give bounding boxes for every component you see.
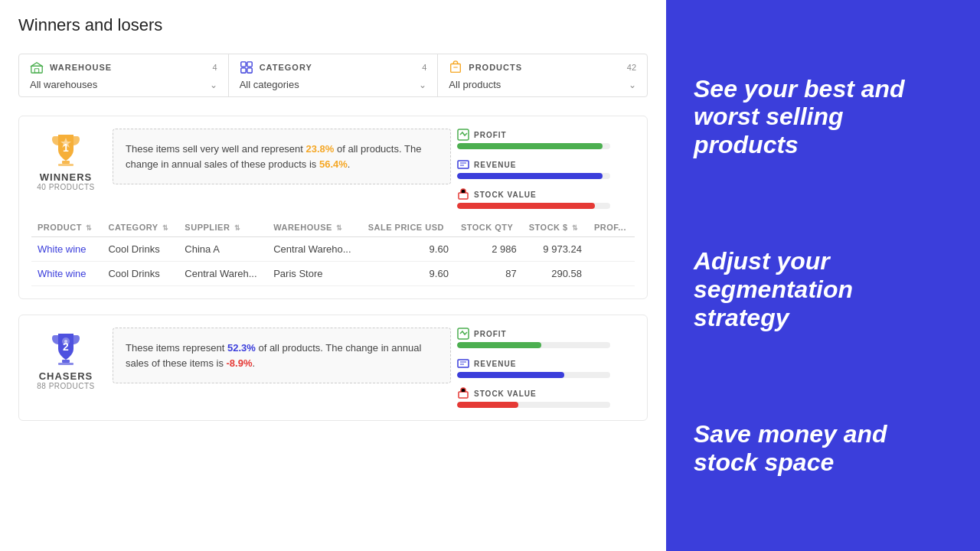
cell-supplier: China A <box>178 237 267 262</box>
winners-stockvalue-bar <box>457 203 595 209</box>
chasers-highlight1: 52.3% <box>227 342 256 354</box>
svg-text:1: 1 <box>63 142 69 154</box>
sort-category[interactable]: ⇅ <box>162 224 169 232</box>
cell-stockval: 290.58 <box>523 262 588 286</box>
chasers-profit-bar-track <box>457 342 610 348</box>
products-filter[interactable]: PRODUCTS 42 All products ⌄ <box>438 54 647 96</box>
col-profit: PROF... <box>588 218 635 237</box>
chasers-profit-label: PROFIT <box>474 330 507 338</box>
chasers-profit-icon <box>457 328 469 340</box>
warehouse-filter[interactable]: WAREHOUSE 4 All warehouses ⌄ <box>19 54 229 96</box>
svg-rect-6 <box>451 64 461 73</box>
svg-rect-4 <box>240 68 245 73</box>
right-panel: See your best and worst selling products… <box>666 0 980 551</box>
cell-product[interactable]: White wine <box>31 262 102 286</box>
chasers-stockvalue-metric: STOCK VALUE <box>457 387 635 408</box>
products-count: 42 <box>627 63 636 72</box>
winners-stockvalue-label: STOCK VALUE <box>474 191 537 199</box>
svg-text:2: 2 <box>63 341 69 353</box>
table-row: White wine Cool Drinks Central Wareh... … <box>31 262 635 286</box>
chasers-label: CHASERS <box>39 370 93 382</box>
revenue-icon <box>457 158 469 171</box>
winners-desc: These items sell very well and represent… <box>113 129 451 184</box>
svg-rect-2 <box>240 62 245 67</box>
category-chevron: ⌄ <box>419 80 426 90</box>
chasers-stockvalue-label: STOCK VALUE <box>474 390 537 398</box>
cell-warehouse: Central Wareho... <box>267 237 361 262</box>
chasers-sub: 88 PRODUCTS <box>37 382 95 390</box>
cell-category: Cool Drinks <box>102 237 178 262</box>
promo-text-3: Save money and stock space <box>694 420 952 477</box>
warehouse-chevron: ⌄ <box>210 80 217 90</box>
cell-saleprice: 9.60 <box>362 237 455 262</box>
svg-rect-0 <box>31 66 42 73</box>
page-title: Winners and losers <box>18 15 648 35</box>
cell-supplier: Central Wareh... <box>178 262 267 286</box>
chasers-revenue-metric: REVENUE <box>457 357 635 378</box>
svg-rect-12 <box>458 161 469 168</box>
cell-saleprice: 9.60 <box>362 262 455 286</box>
chasers-revenue-bar-track <box>457 372 610 378</box>
cell-stockqty: 87 <box>455 262 523 286</box>
sort-warehouse[interactable]: ⇅ <box>336 224 343 232</box>
col-supplier[interactable]: SUPPLIER ⇅ <box>178 218 267 237</box>
svg-rect-3 <box>247 62 252 67</box>
winners-profit-bar <box>457 143 603 149</box>
svg-rect-21 <box>458 328 469 339</box>
stockvalue-icon <box>457 188 469 201</box>
col-saleprice: SALE PRICE USD <box>362 218 455 237</box>
col-warehouse[interactable]: WAREHOUSE ⇅ <box>267 218 361 237</box>
svg-rect-9 <box>58 164 74 166</box>
chasers-desc-end: . <box>252 357 255 369</box>
chasers-profit-bar <box>457 342 541 348</box>
products-icon <box>449 60 462 74</box>
winners-profit-metric: PROFIT <box>457 129 635 149</box>
col-stockval[interactable]: STOCK $ ⇅ <box>523 218 588 237</box>
winners-metrics: PROFIT REVENUE <box>451 129 635 209</box>
svg-rect-5 <box>247 68 252 73</box>
trophy-icon-chasers: 2 <box>43 328 89 366</box>
svg-rect-17 <box>58 363 74 365</box>
winners-revenue-bar-track <box>457 173 610 179</box>
promo-text-2: Adjust your segmentation strategy <box>694 247 952 331</box>
trophy-icon-winners: 1 <box>43 129 89 167</box>
sort-product[interactable]: ⇅ <box>86 224 93 232</box>
warehouse-select[interactable]: All warehouses ⌄ <box>30 79 217 90</box>
chasers-revenue-label: REVENUE <box>474 360 516 368</box>
winners-sub: 40 PRODUCTS <box>37 183 95 191</box>
winners-desc-end: . <box>348 158 351 170</box>
cell-product[interactable]: White wine <box>31 237 102 262</box>
winners-revenue-label: REVENUE <box>474 161 516 169</box>
left-panel: Winners and losers WAREHOUSE 4 All wareh… <box>0 0 666 551</box>
sort-supplier[interactable]: ⇅ <box>234 224 241 232</box>
chasers-revenue-icon <box>457 357 469 370</box>
category-filter[interactable]: CATEGORY 4 All categories ⌄ <box>229 54 439 96</box>
winners-segment: 1 WINNERS 40 PRODUCTS These items sell v… <box>18 116 648 299</box>
col-product[interactable]: PRODUCT ⇅ <box>31 218 102 237</box>
filters-row: WAREHOUSE 4 All warehouses ⌄ CATEGO <box>18 54 648 97</box>
svg-rect-25 <box>459 392 468 398</box>
category-select[interactable]: All categories ⌄ <box>240 79 427 90</box>
col-category[interactable]: CATEGORY ⇅ <box>102 218 178 237</box>
chasers-desc: These items represent 52.3% of all produ… <box>113 328 451 383</box>
chasers-stockvalue-icon <box>457 387 469 399</box>
chasers-metrics: PROFIT REVENUE <box>451 328 635 408</box>
warehouse-label: WAREHOUSE <box>50 63 112 72</box>
products-label: PRODUCTS <box>469 63 522 72</box>
winners-desc-before: These items sell very well and represent <box>126 143 306 155</box>
svg-rect-15 <box>459 193 468 199</box>
category-count: 4 <box>422 63 426 72</box>
winners-label: WINNERS <box>40 171 92 183</box>
chasers-stockvalue-bar <box>457 402 518 408</box>
products-select[interactable]: All products ⌄ <box>449 79 636 90</box>
winners-stockvalue-metric: STOCK VALUE <box>457 188 635 209</box>
category-icon <box>240 60 253 74</box>
chasers-highlight2: -8.9% <box>227 357 253 369</box>
winners-highlight2: 56.4% <box>319 158 348 170</box>
table-row: White wine Cool Drinks China A Central W… <box>31 237 635 262</box>
cell-profit <box>588 262 635 286</box>
cell-stockval: 9 973.24 <box>523 237 588 262</box>
warehouse-count: 4 <box>213 63 217 72</box>
sort-stockval[interactable]: ⇅ <box>572 224 579 232</box>
winners-revenue-bar <box>457 173 603 179</box>
